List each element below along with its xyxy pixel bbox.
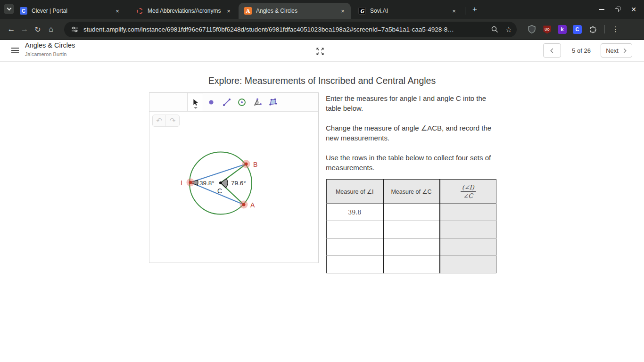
amplify-favicon: A — [244, 7, 252, 15]
label-point-c: C — [217, 187, 222, 195]
segment-tool-icon[interactable] — [222, 97, 232, 107]
clever-extension-icon[interactable]: C — [573, 25, 582, 34]
chevron-down-icon — [7, 6, 11, 11]
close-tab-icon[interactable]: × — [113, 7, 122, 15]
ratio-fraction: (∠I) ∠C — [461, 184, 476, 199]
column-header-angle-i: Measure of ∠I — [327, 180, 383, 204]
page-indicator: 5 of 26 — [568, 47, 594, 54]
extensions-area: UO k C ⋮ — [527, 25, 621, 34]
shield-extension-icon[interactable] — [527, 25, 537, 34]
cell-angle-c[interactable] — [383, 204, 440, 221]
graphics-view[interactable]: I B A C 39.8° 79.6° — [149, 112, 318, 263]
cell-angle-i[interactable]: 39.8 — [327, 204, 383, 221]
tab-title: Med Abbreviations/Acronyms | — [148, 8, 221, 14]
screen: C Clever | Portal × Med Abbreviations/Ac… — [0, 0, 644, 362]
column-header-ratio: (∠I) ∠C — [440, 180, 496, 204]
reload-icon[interactable]: ↻ — [31, 25, 44, 34]
table-row — [327, 221, 496, 239]
tab-search-button[interactable] — [4, 4, 14, 14]
cell-ratio — [440, 256, 496, 273]
toolbar-divider — [604, 25, 605, 33]
tab-med-abbreviations[interactable]: Med Abbreviations/Acronyms | × — [130, 3, 237, 19]
forward-icon[interactable]: → — [18, 25, 31, 34]
restore-window-icon[interactable] — [615, 7, 620, 12]
cell-angle-c[interactable] — [383, 256, 440, 273]
browser-menu-icon[interactable]: ⋮ — [612, 25, 621, 33]
close-window-icon[interactable]: ✕ — [631, 6, 636, 13]
tool-dropdown-icon[interactable] — [194, 107, 198, 109]
column-header-angle-c: Measure of ∠C — [383, 180, 440, 204]
cell-angle-i[interactable] — [327, 221, 383, 239]
back-icon[interactable]: ← — [5, 25, 18, 34]
geogebra-toolbar — [149, 93, 318, 112]
point-i[interactable] — [189, 181, 192, 184]
geogebra-applet: ↶ ↷ I B A C — [149, 92, 319, 263]
tab-title: Clever | Portal — [32, 8, 109, 14]
cell-angle-c[interactable] — [383, 239, 440, 256]
point-a[interactable] — [242, 203, 246, 206]
cell-angle-c[interactable] — [383, 221, 440, 239]
cell-ratio — [440, 204, 496, 221]
table-row: 39.8 — [327, 204, 496, 221]
url-text[interactable]: student.amplify.com/instance/6981fdf96e6… — [83, 26, 479, 33]
instruction-paragraph: Use the rows in the table below to colle… — [326, 153, 493, 173]
cell-ratio — [440, 239, 496, 256]
tab-divider — [465, 7, 465, 15]
cell-angle-i[interactable] — [327, 239, 383, 256]
tab-clever-portal[interactable]: C Clever | Portal × — [14, 3, 125, 19]
fullscreen-icon[interactable] — [315, 47, 325, 56]
polygon-tool-icon[interactable] — [268, 97, 278, 107]
label-point-b: B — [253, 161, 257, 168]
close-tab-icon[interactable]: × — [339, 7, 347, 15]
next-label: Next — [606, 47, 619, 54]
tab-angles-circles-active[interactable]: A Angles & Circles × — [239, 3, 351, 19]
close-tab-icon[interactable]: × — [450, 7, 458, 15]
browser-toolbar: ← → ↻ ⌂ student.amplify.com/instance/698… — [0, 19, 644, 40]
instructions: Enter the measures for angle I and angle… — [326, 93, 493, 182]
sovi-favicon: G — [358, 7, 366, 15]
tab-sovi-ai[interactable]: G Sovi.AI × — [353, 3, 462, 19]
circle-with-center-tool-icon[interactable] — [237, 97, 247, 107]
bookmark-star-icon[interactable]: ☆ — [505, 25, 512, 34]
menu-hamburger-icon[interactable] — [11, 48, 19, 55]
lesson-title: Angles & Circles — [25, 41, 75, 49]
clever-favicon: C — [20, 7, 27, 15]
address-bar[interactable]: student.amplify.com/instance/6981fdf96e6… — [64, 22, 517, 37]
new-tab-button[interactable]: + — [470, 4, 480, 15]
close-tab-icon[interactable]: × — [224, 7, 233, 15]
point-c[interactable] — [219, 181, 222, 184]
tab-title: Sovi.AI — [370, 8, 446, 14]
previous-page-button[interactable] — [543, 43, 561, 58]
cursor-arrow-icon — [191, 98, 199, 107]
chevron-right-icon — [621, 48, 626, 53]
table-row — [327, 256, 496, 273]
tab-title: Angles & Circles — [256, 8, 335, 14]
ublock-origin-icon[interactable]: UO — [543, 25, 552, 34]
chevron-left-icon — [551, 48, 555, 53]
point-tool-icon[interactable] — [206, 97, 216, 107]
next-page-button[interactable]: Next — [601, 43, 632, 58]
site-settings-icon[interactable] — [71, 25, 79, 33]
instruction-paragraph: Change the measure of angle ∠ACB, and re… — [326, 123, 493, 143]
cell-ratio — [440, 221, 496, 239]
point-b[interactable] — [245, 163, 248, 166]
zoom-icon[interactable] — [491, 25, 499, 33]
window-controls: ✕ — [599, 0, 644, 19]
instruction-paragraph: Enter the measures for angle I and angle… — [326, 93, 493, 113]
home-icon[interactable]: ⌂ — [44, 25, 58, 33]
inscribed-angle-value: 39.8° — [199, 180, 215, 187]
table-row — [327, 239, 496, 256]
cell-angle-i[interactable] — [327, 256, 383, 273]
kami-extension-icon[interactable]: k — [558, 25, 567, 34]
extensions-puzzle-icon[interactable] — [588, 25, 597, 34]
med-abbreviations-favicon — [137, 8, 143, 14]
measurements-table: Measure of ∠I Measure of ∠C (∠I) ∠C 39.8 — [326, 179, 496, 273]
page-title: Explore: Measurements of Inscribed and C… — [0, 75, 644, 86]
minimize-window-icon[interactable] — [599, 9, 604, 10]
label-point-a: A — [250, 201, 255, 209]
browser-tabstrip: C Clever | Portal × Med Abbreviations/Ac… — [0, 0, 644, 19]
label-point-i: I — [181, 179, 182, 187]
student-name: Ja'cameron Burtin — [25, 51, 66, 57]
central-angle-value: 79.6° — [231, 180, 246, 187]
angle-tool-icon[interactable] — [252, 97, 263, 107]
